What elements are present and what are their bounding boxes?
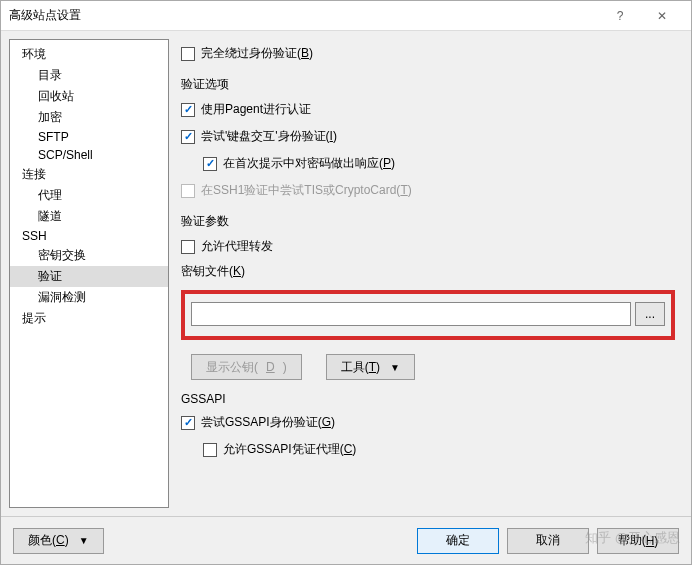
tree-item[interactable]: SFTP	[10, 128, 168, 146]
color-dropdown-button[interactable]: 颜色(C) ▼	[13, 528, 104, 554]
chevron-down-icon: ▼	[390, 362, 400, 373]
agent-forward-checkbox-row[interactable]: 允许代理转发	[181, 236, 675, 257]
settings-panel: 完全绕过身份验证(B) 验证选项 使用Pagent进行认证 尝试'键盘交互'身份…	[177, 39, 683, 508]
key-buttons-row: 显示公钥(D) 工具(T) ▼	[181, 354, 675, 380]
tree-item[interactable]: 密钥交换	[10, 245, 168, 266]
auth-options-label: 验证选项	[181, 76, 675, 93]
key-file-highlight-box: ...	[181, 290, 675, 340]
gssapi-auth-label: 尝试GSSAPI身份验证(G)	[201, 414, 335, 431]
gssapi-cred-label: 允许GSSAPI凭证代理(C)	[223, 441, 356, 458]
content-area: 环境目录回收站加密SFTPSCP/Shell连接代理隧道SSH密钥交换验证漏洞检…	[1, 31, 691, 516]
key-file-input[interactable]	[191, 302, 631, 326]
gssapi-auth-checkbox-row[interactable]: 尝试GSSAPI身份验证(G)	[181, 412, 675, 433]
chevron-down-icon: ▼	[79, 535, 89, 546]
pagent-label: 使用Pagent进行认证	[201, 101, 311, 118]
cancel-button[interactable]: 取消	[507, 528, 589, 554]
keyboard-interactive-checkbox-row[interactable]: 尝试'键盘交互'身份验证(I)	[181, 126, 675, 147]
gssapi-cred-checkbox[interactable]	[203, 443, 217, 457]
gssapi-cred-checkbox-row[interactable]: 允许GSSAPI凭证代理(C)	[181, 439, 675, 460]
bypass-auth-label: 完全绕过身份验证(B)	[201, 45, 313, 62]
help-button[interactable]: ?	[599, 2, 641, 30]
category-tree[interactable]: 环境目录回收站加密SFTPSCP/Shell连接代理隧道SSH密钥交换验证漏洞检…	[9, 39, 169, 508]
pagent-checkbox-row[interactable]: 使用Pagent进行认证	[181, 99, 675, 120]
gssapi-auth-checkbox[interactable]	[181, 416, 195, 430]
tree-item[interactable]: 环境	[10, 44, 168, 65]
bypass-auth-checkbox[interactable]	[181, 47, 195, 61]
tree-item[interactable]: 提示	[10, 308, 168, 329]
browse-button[interactable]: ...	[635, 302, 665, 326]
respond-password-label: 在首次提示中对密码做出响应(P)	[223, 155, 395, 172]
pagent-checkbox[interactable]	[181, 103, 195, 117]
respond-password-checkbox-row[interactable]: 在首次提示中对密码做出响应(P)	[181, 153, 675, 174]
tis-crypto-checkbox	[181, 184, 195, 198]
close-button[interactable]: ✕	[641, 2, 683, 30]
advanced-site-settings-window: 高级站点设置 ? ✕ 环境目录回收站加密SFTPSCP/Shell连接代理隧道S…	[0, 0, 692, 565]
help-footer-button[interactable]: 帮助(H)	[597, 528, 679, 554]
tree-item[interactable]: 代理	[10, 185, 168, 206]
keyboard-interactive-checkbox[interactable]	[181, 130, 195, 144]
tree-item[interactable]: 连接	[10, 164, 168, 185]
tree-item[interactable]: 目录	[10, 65, 168, 86]
titlebar: 高级站点设置 ? ✕	[1, 1, 691, 31]
tree-item[interactable]: SCP/Shell	[10, 146, 168, 164]
tis-crypto-label: 在SSH1验证中尝试TIS或CryptoCard(T)	[201, 182, 412, 199]
ok-button[interactable]: 确定	[417, 528, 499, 554]
tree-item[interactable]: SSH	[10, 227, 168, 245]
tree-item[interactable]: 漏洞检测	[10, 287, 168, 308]
show-public-key-button: 显示公钥(D)	[191, 354, 302, 380]
tis-crypto-checkbox-row: 在SSH1验证中尝试TIS或CryptoCard(T)	[181, 180, 675, 201]
key-file-label: 密钥文件(K)	[181, 263, 675, 280]
gssapi-label: GSSAPI	[181, 392, 675, 406]
respond-password-checkbox[interactable]	[203, 157, 217, 171]
agent-forward-label: 允许代理转发	[201, 238, 273, 255]
keyboard-interactive-label: 尝试'键盘交互'身份验证(I)	[201, 128, 337, 145]
window-title: 高级站点设置	[9, 7, 599, 24]
auth-params-label: 验证参数	[181, 213, 675, 230]
agent-forward-checkbox[interactable]	[181, 240, 195, 254]
tree-item[interactable]: 验证	[10, 266, 168, 287]
tree-item[interactable]: 隧道	[10, 206, 168, 227]
tree-item[interactable]: 回收站	[10, 86, 168, 107]
tree-item[interactable]: 加密	[10, 107, 168, 128]
bypass-auth-checkbox-row[interactable]: 完全绕过身份验证(B)	[181, 43, 675, 64]
key-file-input-row: ...	[191, 302, 665, 326]
footer: 颜色(C) ▼ 确定 取消 帮助(H)	[1, 516, 691, 564]
tools-dropdown-button[interactable]: 工具(T) ▼	[326, 354, 415, 380]
